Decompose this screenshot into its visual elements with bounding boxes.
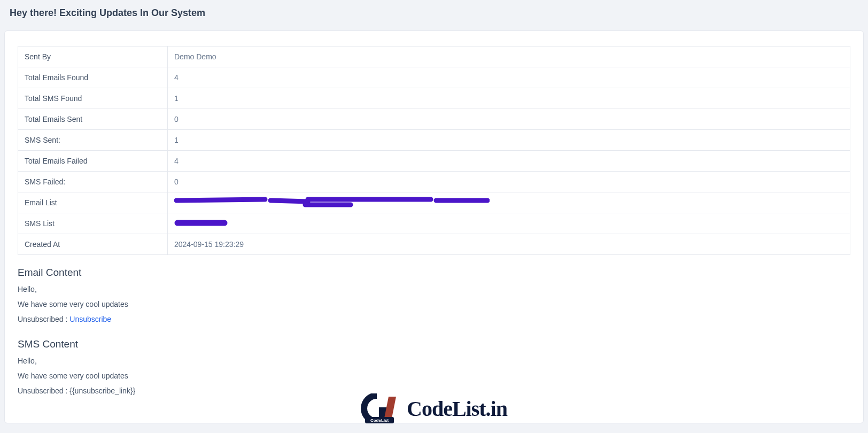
label-sent-by: Sent By — [18, 47, 168, 67]
redacted-icon — [174, 196, 490, 210]
sms-content-greeting: Hello, — [18, 357, 850, 365]
table-row: Created At 2024-09-15 19:23:29 — [18, 234, 850, 255]
sms-content-unsub-line: Unsubscribed : {{unsubscribe_link}} — [18, 386, 850, 395]
label-total-emails-found: Total Emails Found — [18, 67, 168, 88]
redacted-icon — [174, 221, 228, 229]
value-sms-list — [168, 213, 850, 234]
table-row: Total SMS Found 1 — [18, 88, 850, 109]
value-total-sms-found: 1 — [168, 88, 850, 109]
unsubscribe-link[interactable]: Unsubscribe — [69, 315, 111, 323]
detail-card: Sent By Demo Demo Total Emails Found 4 T… — [4, 30, 864, 423]
email-content-greeting: Hello, — [18, 285, 850, 293]
label-total-sms-found: Total SMS Found — [18, 88, 168, 109]
value-sms-failed: 0 — [168, 172, 850, 192]
email-content-unsub-line: Unsubscribed : Unsubscribe — [18, 315, 850, 323]
email-unsub-prefix: Unsubscribed : — [18, 315, 69, 323]
label-created-at: Created At — [18, 234, 168, 255]
value-total-emails-failed: 4 — [168, 151, 850, 172]
label-email-list: Email List — [18, 192, 168, 213]
details-table: Sent By Demo Demo Total Emails Found 4 T… — [18, 46, 850, 255]
label-sms-sent: SMS Sent: — [18, 130, 168, 151]
table-row: Total Emails Sent 0 — [18, 109, 850, 130]
label-total-emails-failed: Total Emails Failed — [18, 151, 168, 172]
value-total-emails-found: 4 — [168, 67, 850, 88]
email-content-section: Email Content Hello, We have some very c… — [18, 267, 850, 323]
email-content-heading: Email Content — [18, 267, 850, 279]
table-row: Email List — [18, 192, 850, 213]
sms-content-section: SMS Content Hello, We have some very coo… — [18, 338, 850, 395]
label-sms-list: SMS List — [18, 213, 168, 234]
value-sms-sent: 1 — [168, 130, 850, 151]
email-content-body: We have some very cool updates — [18, 300, 850, 308]
table-row: Total Emails Failed 4 — [18, 151, 850, 172]
sms-content-heading: SMS Content — [18, 338, 850, 350]
value-sent-by: Demo Demo — [168, 47, 850, 67]
table-row: SMS Sent: 1 — [18, 130, 850, 151]
value-email-list — [168, 192, 850, 213]
label-total-emails-sent: Total Emails Sent — [18, 109, 168, 130]
page-title: Hey there! Exciting Updates In Our Syste… — [0, 0, 868, 26]
table-row: Total Emails Found 4 — [18, 67, 850, 88]
sms-content-body: We have some very cool updates — [18, 372, 850, 380]
table-row: Sent By Demo Demo — [18, 47, 850, 67]
label-sms-failed: SMS Failed: — [18, 172, 168, 192]
value-total-emails-sent: 0 — [168, 109, 850, 130]
table-row: SMS Failed: 0 — [18, 172, 850, 192]
value-created-at: 2024-09-15 19:23:29 — [168, 234, 850, 255]
table-row: SMS List — [18, 213, 850, 234]
